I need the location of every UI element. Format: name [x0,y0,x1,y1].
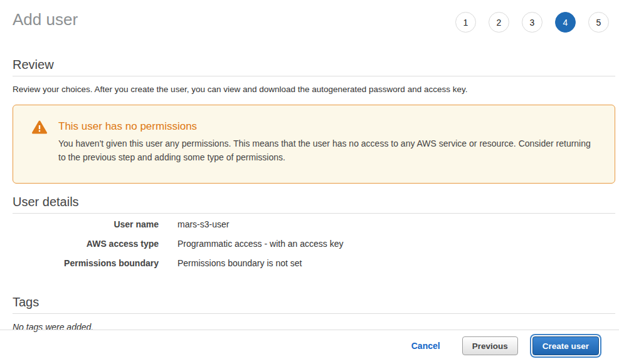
footer-buttons: Cancel Previous Create user [0,330,619,364]
user-details-rows: User name mars-s3-user AWS access type P… [13,219,615,278]
step-1[interactable]: 1 [455,12,476,33]
page-title: Add user [13,9,78,29]
tags-section: Tags No tags were added. [13,295,615,332]
detail-value: Permissions boundary is not set [177,258,302,268]
warning-title: This user has no permissions [58,120,592,133]
user-details-section: User details User name mars-s3-user AWS … [13,195,615,278]
cancel-button[interactable]: Cancel [411,341,440,351]
step-2[interactable]: 2 [489,12,509,33]
step-5[interactable]: 5 [588,12,609,33]
warning-text-block: This user has no permissions You haven't… [58,120,592,164]
divider [13,213,615,214]
review-heading: Review [13,58,615,71]
divider [13,313,615,314]
detail-label: AWS access type [13,239,159,249]
user-details-heading: User details [13,195,615,209]
detail-value: Programmatic access - with an access key [177,239,344,249]
tags-heading: Tags [13,295,615,309]
previous-button[interactable]: Previous [462,336,518,355]
detail-label: User name [13,219,159,229]
step-3[interactable]: 3 [522,12,542,33]
warning-body: You haven't given this user any permissi… [58,137,592,164]
wizard-footer: Cancel Previous Create user [0,330,619,364]
detail-row-access-type: AWS access type Programmatic access - wi… [13,239,615,258]
add-user-wizard-page: Add user 1 2 3 4 5 Review Review your ch… [0,0,619,364]
divider [13,76,615,76]
warning-triangle-icon [32,120,47,134]
wizard-header: Add user 1 2 3 4 5 [0,0,619,33]
detail-row-permissions-boundary: Permissions boundary Permissions boundar… [13,258,615,278]
wizard-step-indicator: 1 2 3 4 5 [455,12,609,33]
detail-value: mars-s3-user [177,219,229,229]
no-permissions-warning: This user has no permissions You haven't… [13,105,615,184]
review-section: Review Review your choices. After you cr… [13,58,615,94]
detail-row-user-name: User name mars-s3-user [13,219,615,239]
create-user-button[interactable]: Create user [532,336,599,355]
wizard-content: Review Review your choices. After you cr… [0,58,619,332]
review-description: Review your choices. After you create th… [13,85,615,94]
step-4-active[interactable]: 4 [555,12,576,33]
detail-label: Permissions boundary [13,258,159,268]
